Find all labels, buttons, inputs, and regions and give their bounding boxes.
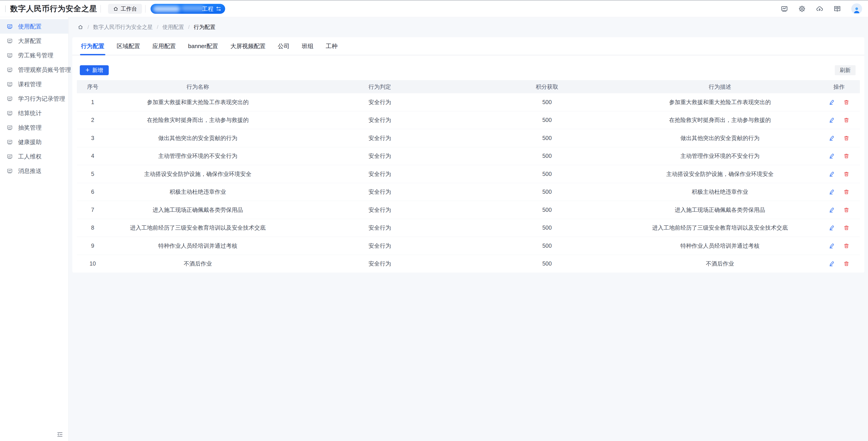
screen-chart-icon — [7, 96, 13, 102]
project-switcher-pill[interactable]: 工程 — [151, 4, 225, 14]
delete-trash-icon[interactable] — [843, 117, 849, 123]
swap-arrows-icon — [216, 6, 221, 12]
user-avatar[interactable] — [851, 3, 862, 14]
add-button-label: 新增 — [92, 67, 103, 74]
row-actions — [818, 165, 860, 183]
sidebar-item[interactable]: 消息推送 — [0, 164, 68, 178]
points-value: 500 — [472, 93, 622, 111]
screen-chart-icon — [7, 154, 13, 160]
behavior-description: 主动搭设安全防护设施，确保作业环境安全 — [622, 165, 818, 183]
sidebar-item[interactable]: 课程管理 — [0, 77, 68, 92]
delete-trash-icon[interactable] — [843, 207, 849, 213]
edit-pencil-icon[interactable] — [829, 207, 835, 213]
tab-item[interactable]: 区域配置 — [116, 37, 141, 55]
points-value: 500 — [472, 237, 622, 255]
refresh-button[interactable]: 刷新 — [835, 65, 856, 75]
toolbar: + 新增 刷新 — [80, 65, 856, 75]
edit-pencil-icon[interactable] — [829, 189, 835, 195]
screen-chart-icon — [7, 53, 13, 58]
sidebar-item[interactable]: 大屏配置 — [0, 34, 68, 48]
behavior-judgment: 安全行为 — [287, 93, 472, 111]
behavior-description: 参加重大救援和重大抢险工作表现突出的 — [622, 93, 818, 111]
cloud-download-icon[interactable] — [816, 5, 823, 12]
breadcrumb-item[interactable]: 使用配置 — [162, 24, 184, 31]
tab-item[interactable]: 工种 — [325, 37, 338, 55]
breadcrumb-item[interactable]: 数字人民币行为安全之星 — [93, 24, 153, 31]
edit-pencil-icon[interactable] — [829, 153, 835, 159]
sidebar-item-label: 劳工账号管理 — [18, 52, 53, 59]
tab-item[interactable]: 大屏视频配置 — [229, 37, 267, 55]
workbench-label: 工作台 — [121, 5, 137, 12]
delete-trash-icon[interactable] — [843, 189, 849, 195]
table-row: 3做出其他突出的安全贡献的行为安全行为500做出其他突出的安全贡献的行为 — [77, 129, 860, 147]
sidebar-item[interactable]: 学习行为记录管理 — [0, 92, 68, 106]
points-value: 500 — [472, 129, 622, 147]
edit-pencil-icon[interactable] — [829, 99, 835, 105]
edit-pencil-icon[interactable] — [829, 243, 835, 249]
settings-gear-icon[interactable] — [798, 5, 806, 12]
home-icon[interactable] — [78, 24, 84, 30]
sidebar-item[interactable]: 管理观察员账号管理 — [0, 63, 68, 77]
plus-icon: + — [86, 67, 90, 73]
points-value: 500 — [472, 183, 622, 201]
sidebar-item-label: 健康援助 — [18, 138, 41, 146]
sidebar-item[interactable]: 抽奖管理 — [0, 121, 68, 135]
breadcrumb-item: 行为配置 — [194, 24, 215, 31]
delete-trash-icon[interactable] — [843, 153, 849, 159]
tab-item[interactable]: 公司 — [277, 37, 290, 55]
points-value: 500 — [472, 111, 622, 129]
behavior-name: 在抢险救灾时挺身而出，主动参与救援的 — [108, 111, 287, 129]
row-index: 8 — [77, 219, 108, 237]
edit-pencil-icon[interactable] — [829, 117, 835, 123]
row-actions — [818, 183, 860, 201]
delete-trash-icon[interactable] — [843, 135, 849, 141]
sidebar-item[interactable]: 健康援助 — [0, 135, 68, 149]
behavior-name: 做出其他突出的安全贡献的行为 — [108, 129, 287, 147]
behavior-table: 序号行为名称行为判定积分获取行为描述操作 1参加重大救援和重大抢险工作表现突出的… — [77, 80, 860, 273]
row-actions — [818, 147, 860, 165]
tab-item[interactable]: banner配置 — [187, 37, 219, 55]
screen-chart-icon — [7, 125, 13, 131]
behavior-judgment: 安全行为 — [287, 165, 472, 183]
tab-item[interactable]: 应用配置 — [151, 37, 177, 55]
tab-item[interactable]: 班组 — [301, 37, 314, 55]
sidebar-item[interactable]: 劳工账号管理 — [0, 48, 68, 63]
tab-bar: 行为配置区域配置应用配置banner配置大屏视频配置公司班组工种 — [72, 37, 864, 55]
add-button[interactable]: + 新增 — [80, 65, 109, 75]
edit-pencil-icon[interactable] — [829, 135, 835, 141]
screen-chart-icon[interactable] — [781, 5, 788, 12]
sidebar-item-label: 结算统计 — [18, 109, 41, 117]
delete-trash-icon[interactable] — [843, 261, 849, 267]
delete-trash-icon[interactable] — [843, 99, 849, 105]
delete-trash-icon[interactable] — [843, 225, 849, 231]
behavior-name: 主动管理作业环境的不安全行为 — [108, 147, 287, 165]
behavior-judgment: 安全行为 — [287, 129, 472, 147]
handbook-icon[interactable] — [834, 5, 841, 12]
delete-trash-icon[interactable] — [843, 243, 849, 249]
edit-pencil-icon[interactable] — [829, 261, 835, 267]
table-row: 8进入工地前经历了三级安全教育培训以及安全技术交底安全行为500进入工地前经历了… — [77, 219, 860, 237]
left-edge-divider — [5, 5, 6, 12]
sidebar-item[interactable]: 工人维权 — [0, 149, 68, 164]
row-index: 2 — [77, 111, 108, 129]
points-value: 500 — [472, 201, 622, 219]
behavior-description: 在抢险救灾时挺身而出，主动参与救援的 — [622, 111, 818, 129]
edit-pencil-icon[interactable] — [829, 171, 835, 177]
menu-fold-icon[interactable] — [57, 431, 63, 438]
column-header: 行为判定 — [287, 80, 472, 93]
row-index: 3 — [77, 129, 108, 147]
top-bar: 数字人民币行为安全之星 工作台 工程 — [0, 1, 868, 17]
edit-pencil-icon[interactable] — [829, 225, 835, 231]
screen-chart-icon — [7, 168, 13, 174]
workbench-button[interactable]: 工作台 — [108, 4, 142, 14]
screen-chart-icon — [7, 38, 13, 44]
behavior-judgment: 安全行为 — [287, 147, 472, 165]
points-value: 500 — [472, 255, 622, 273]
sidebar-item[interactable]: 使用配置 — [0, 19, 68, 34]
content-card: 行为配置区域配置应用配置banner配置大屏视频配置公司班组工种 + 新增 刷新… — [72, 37, 864, 273]
sidebar-item[interactable]: 结算统计 — [0, 106, 68, 121]
table-row: 9特种作业人员经培训并通过考核安全行为500特种作业人员经培训并通过考核 — [77, 237, 860, 255]
delete-trash-icon[interactable] — [843, 171, 849, 177]
tab-active[interactable]: 行为配置 — [80, 37, 105, 55]
sidebar-item-label: 消息推送 — [18, 167, 41, 175]
